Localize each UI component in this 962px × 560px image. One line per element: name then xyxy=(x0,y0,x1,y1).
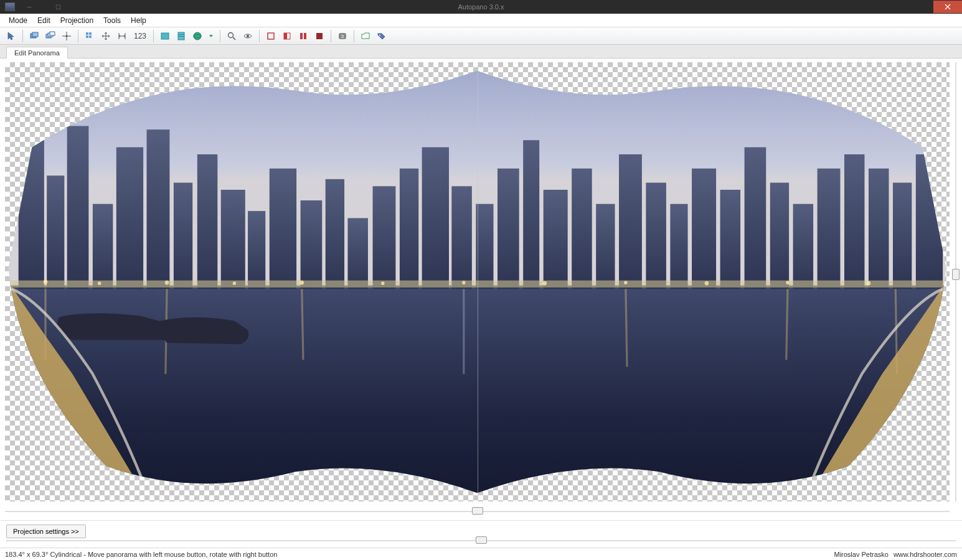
svg-rect-51 xyxy=(572,169,592,289)
workspace xyxy=(0,58,962,520)
svg-line-81 xyxy=(302,289,303,360)
svg-rect-6 xyxy=(86,32,88,35)
status-url: www.hdrshooter.com xyxy=(894,551,957,558)
horizontal-slider-thumb[interactable] xyxy=(472,507,483,515)
svg-rect-47 xyxy=(476,204,493,289)
select-tool-icon[interactable] xyxy=(4,29,19,43)
svg-point-73 xyxy=(462,281,465,284)
sphere-icon[interactable] xyxy=(190,29,205,43)
svg-rect-4 xyxy=(50,32,55,35)
svg-rect-46 xyxy=(451,186,472,289)
svg-text:3: 3 xyxy=(341,34,344,39)
svg-rect-61 xyxy=(818,169,841,289)
svg-point-67 xyxy=(44,280,48,284)
svg-rect-59 xyxy=(770,183,789,289)
numbers-tool[interactable]: 123 xyxy=(131,29,149,43)
tab-edit-panorama[interactable]: Edit Panorama xyxy=(6,47,68,58)
status-text: 183.4° x 69.3° Cylindrical - Move panora… xyxy=(5,551,277,558)
canvas[interactable] xyxy=(5,62,950,502)
zoom-icon[interactable] xyxy=(224,29,239,43)
vertical-slider-thumb[interactable] xyxy=(952,269,960,280)
svg-point-72 xyxy=(381,281,384,285)
svg-rect-31 xyxy=(67,126,89,289)
horizontal-slider[interactable] xyxy=(5,506,950,516)
bottom-slider-thumb[interactable] xyxy=(476,536,487,544)
svg-rect-64 xyxy=(893,183,912,289)
svg-point-75 xyxy=(624,281,627,284)
svg-point-76 xyxy=(705,281,709,286)
svg-rect-13 xyxy=(178,36,184,37)
svg-rect-23 xyxy=(316,33,323,39)
crosshair-icon[interactable] xyxy=(98,29,113,43)
svg-rect-62 xyxy=(844,154,865,289)
svg-rect-29 xyxy=(19,140,44,289)
flag-red-solid-icon[interactable] xyxy=(312,29,327,43)
svg-point-77 xyxy=(786,281,789,284)
svg-rect-10 xyxy=(161,33,169,39)
svg-point-16 xyxy=(229,32,233,37)
move-images-icon[interactable] xyxy=(27,29,42,43)
menu-edit[interactable]: Edit xyxy=(32,15,55,26)
svg-rect-45 xyxy=(422,147,449,289)
minimize-button[interactable]: ─ xyxy=(15,1,44,13)
svg-rect-1 xyxy=(32,32,38,37)
svg-point-5 xyxy=(66,35,68,37)
svg-rect-54 xyxy=(646,183,666,289)
menubar: Mode Edit Projection Tools Help xyxy=(0,14,962,27)
svg-rect-41 xyxy=(326,179,344,289)
align-horizontal-icon[interactable] xyxy=(115,29,130,43)
svg-rect-12 xyxy=(178,34,184,35)
move-group-icon[interactable] xyxy=(43,29,58,43)
titlebar: Autopano 3.0.x ─ ☐ xyxy=(0,0,962,14)
tag-icon[interactable] xyxy=(374,29,389,43)
grid-icon[interactable] xyxy=(82,29,97,43)
center-guide-line xyxy=(478,62,478,502)
bottom-slider[interactable] xyxy=(6,536,956,545)
close-button[interactable] xyxy=(933,1,962,13)
eye-icon[interactable] xyxy=(240,29,255,43)
toolbar: 123 3 xyxy=(0,27,962,45)
svg-rect-32 xyxy=(93,204,113,289)
svg-rect-48 xyxy=(498,169,519,289)
dropdown-icon[interactable] xyxy=(206,29,216,43)
svg-rect-33 xyxy=(116,147,143,289)
svg-rect-49 xyxy=(523,140,539,289)
layers-icon[interactable] xyxy=(174,29,189,43)
svg-rect-65 xyxy=(916,154,943,289)
menu-projection[interactable]: Projection xyxy=(55,15,98,26)
image-info-icon[interactable] xyxy=(158,29,172,43)
svg-rect-58 xyxy=(745,147,766,289)
svg-rect-34 xyxy=(147,129,170,289)
menu-mode[interactable]: Mode xyxy=(4,15,32,26)
flag-red-split-icon[interactable] xyxy=(296,29,311,43)
svg-line-83 xyxy=(626,289,627,366)
svg-point-71 xyxy=(300,281,304,285)
folder-icon[interactable] xyxy=(358,29,373,43)
svg-point-68 xyxy=(98,281,101,285)
panorama-image[interactable] xyxy=(5,62,950,502)
svg-rect-53 xyxy=(619,154,642,289)
svg-rect-21 xyxy=(300,33,303,39)
svg-rect-35 xyxy=(174,183,192,289)
svg-point-14 xyxy=(194,32,201,40)
menu-help[interactable]: Help xyxy=(126,15,151,26)
status-author: Miroslav Petrasko xyxy=(834,551,888,558)
svg-point-74 xyxy=(543,281,547,286)
maximize-button[interactable]: ☐ xyxy=(44,1,72,13)
tabstrip: Edit Panorama xyxy=(0,45,962,58)
svg-point-17 xyxy=(247,35,249,37)
svg-rect-55 xyxy=(670,204,687,289)
svg-rect-8 xyxy=(86,35,88,38)
vertical-slider[interactable] xyxy=(951,62,961,502)
svg-rect-57 xyxy=(720,190,741,289)
flag-red-outline-icon[interactable] xyxy=(263,29,278,43)
flag-red-half-icon[interactable] xyxy=(280,29,295,43)
svg-rect-37 xyxy=(221,190,245,289)
svg-rect-60 xyxy=(793,204,814,289)
badge-3-icon[interactable]: 3 xyxy=(335,29,350,43)
app-icon xyxy=(5,2,15,11)
svg-point-78 xyxy=(867,281,871,286)
svg-rect-52 xyxy=(596,204,615,289)
menu-tools[interactable]: Tools xyxy=(98,15,126,26)
center-point-icon[interactable] xyxy=(59,29,74,43)
